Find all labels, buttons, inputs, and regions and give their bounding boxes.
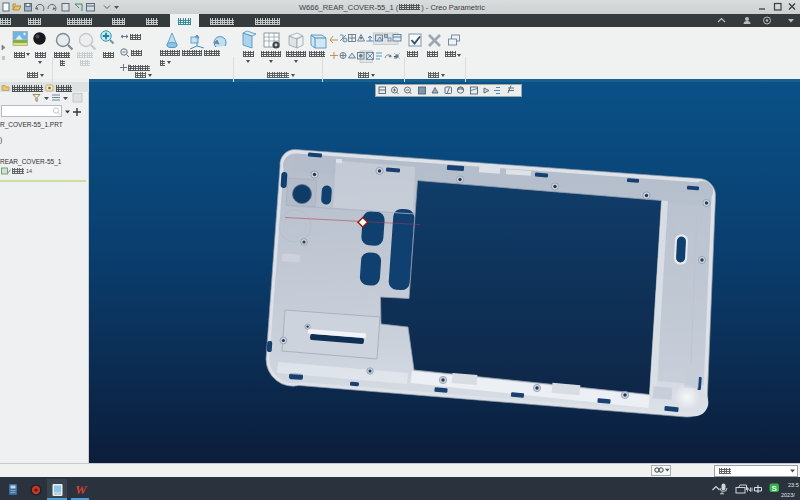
svg-text:S: S — [772, 484, 778, 493]
svg-text:W: W — [75, 482, 88, 497]
